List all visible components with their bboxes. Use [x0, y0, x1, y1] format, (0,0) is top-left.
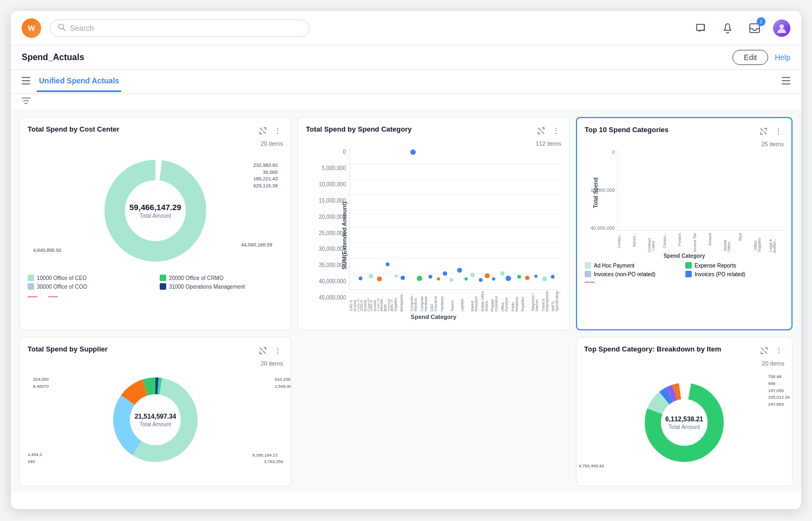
sub-header: Spend_Actuals Edit Help — [11, 45, 801, 70]
scatter-y-title: SUM(Extended Amount) — [341, 201, 348, 269]
edit-button[interactable]: Edit — [732, 50, 768, 65]
spend-cat-title: Total Spend by Spend Category — [306, 125, 535, 133]
search-icon — [58, 23, 66, 33]
svg-rect-7 — [782, 77, 790, 78]
top10-x-title: Spend Category — [664, 253, 705, 259]
svg-point-19 — [125, 180, 186, 241]
menu-icon[interactable] — [22, 77, 30, 87]
svg-point-32 — [661, 399, 708, 446]
cost-center-title: Total Spend by Cost Center — [28, 125, 257, 133]
cost-center-more-icon[interactable]: ⋮ — [272, 125, 283, 136]
top10-bar-chart: 40,000,000 20,000,000 0 Total Spend — [585, 149, 784, 258]
tab-unified-spend[interactable]: Unified Spend Actuals — [37, 71, 121, 92]
spend-cat-more-icon[interactable]: ⋮ — [551, 125, 561, 136]
scatter-x-title: Spend Category — [411, 314, 456, 320]
cost-center-expand-icon[interactable] — [257, 125, 268, 136]
cost-center-legend: 10000 Office of CEO 20000 Office of CRMO… — [28, 275, 283, 290]
inbox-button[interactable]: 2 — [746, 19, 763, 37]
scatter-chart: 45,000,000 40,000,000 35,000,000 30,000,… — [306, 149, 561, 322]
header-actions: Edit Help — [732, 50, 790, 65]
cost-center-card: Total Spend by Cost Center ⋮ 20 items — [19, 117, 291, 330]
supplier-items: 20 items — [28, 360, 283, 367]
scatter-plot — [349, 149, 561, 290]
top10-y-title: Total Spend — [593, 178, 599, 208]
svg-rect-8 — [782, 80, 790, 81]
supplier-card: Total Spend by Supplier ⋮ 20 items — [19, 337, 291, 486]
notification-button[interactable] — [719, 19, 736, 37]
svg-rect-4 — [22, 77, 30, 78]
search-placeholder: Search — [70, 24, 94, 32]
breakdown-more-icon[interactable]: ⋮ — [774, 345, 784, 356]
spend-cat-expand-icon[interactable] — [535, 125, 546, 136]
top10-expand-icon[interactable] — [758, 126, 769, 136]
supplier-expand-icon[interactable] — [257, 345, 268, 356]
nav-right: 2 — [692, 19, 790, 37]
spend-cat-items: 112 items — [306, 140, 561, 147]
svg-line-1 — [63, 28, 66, 30]
legend-coo: 30000 Office of COO — [28, 283, 151, 290]
search-bar[interactable]: Search — [50, 19, 310, 37]
svg-rect-9 — [782, 83, 790, 84]
tab-menu-icon[interactable] — [782, 77, 790, 87]
user-avatar[interactable] — [773, 19, 790, 37]
main-content: Total Spend by Cost Center ⋮ 20 items — [11, 110, 801, 493]
help-button[interactable]: Help — [775, 53, 790, 62]
filter-bar — [11, 94, 801, 110]
cost-center-donut: 59,466,147.29 Total Amount 232,983.92 30… — [28, 151, 283, 270]
top-nav: W Search 2 — [11, 11, 801, 45]
top10-legend: Ad Hoc Payment Expense Reports Invoices … — [585, 262, 784, 277]
app-logo[interactable]: W — [22, 18, 41, 38]
page-title: Spend_Actuals — [22, 53, 84, 62]
tab-bar: Unified Spend Actuals — [11, 70, 801, 94]
supplier-title: Total Spend by Supplier — [28, 345, 257, 353]
breakdown-items: 20 items — [584, 360, 784, 367]
breakdown-expand-icon[interactable] — [758, 345, 769, 356]
breakdown-title: Top Spend Category: Breakdown by Item — [584, 345, 758, 353]
top10-items: 25 items — [585, 141, 784, 147]
top10-card: Top 10 Spend Categories ⋮ 25 items 40,00… — [576, 117, 793, 330]
supplier-donut: 21,514,597.34 Total Amount 910,100 1,549… — [28, 371, 283, 468]
legend-ops: 31000 Operations Management — [160, 283, 283, 290]
breakdown-donut: 6,112,538.21 Total Amount 700.48 999 157… — [584, 371, 784, 474]
chat-button[interactable] — [692, 19, 709, 37]
legend-ceo: 10000 Office of CEO — [28, 275, 151, 281]
spend-category-card: Total Spend by Spend Category ⋮ 112 item… — [298, 117, 569, 330]
svg-point-3 — [780, 24, 784, 29]
svg-rect-5 — [22, 80, 30, 81]
legend-crmo: 20000 Office of CRMO — [160, 275, 283, 281]
breakdown-card: Top Spend Category: Breakdown by Item ⋮ … — [576, 337, 793, 486]
cost-center-items: 20 items — [28, 140, 283, 147]
top10-more-icon[interactable]: ⋮ — [773, 126, 784, 136]
supplier-more-icon[interactable]: ⋮ — [272, 345, 283, 356]
top10-title: Top 10 Spend Categories — [585, 126, 758, 134]
inbox-badge: 2 — [757, 17, 765, 26]
filter-icon[interactable] — [22, 97, 30, 106]
svg-rect-6 — [22, 83, 30, 84]
svg-point-26 — [130, 394, 181, 445]
